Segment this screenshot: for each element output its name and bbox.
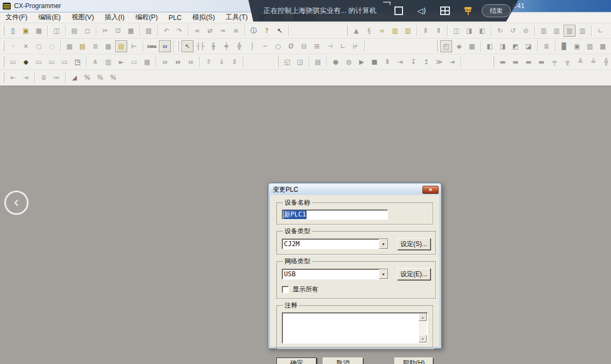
coil-open-icon[interactable]: ○: [272, 40, 284, 52]
toolbar-drag-handle[interactable]: [3, 41, 4, 52]
cut-rung-icon[interactable]: ⋔: [89, 56, 101, 68]
sim-stop-icon[interactable]: ■: [369, 56, 380, 68]
monitor-update-up-icon[interactable]: ⇑: [203, 56, 214, 68]
compare-with-plc-icon[interactable]: ◧: [476, 25, 488, 37]
sim-grey-triangle-icon[interactable]: ▲: [350, 25, 362, 37]
contact-closed-icon[interactable]: ╫: [207, 40, 219, 52]
cross-reference-icon[interactable]: ▭: [59, 56, 71, 68]
network-type-dropdown[interactable]: USB ▼: [282, 269, 388, 279]
grid-icon[interactable]: ▦: [64, 40, 75, 52]
sim-pause-icon[interactable]: Ⅱ: [381, 56, 393, 68]
paste-icon[interactable]: ▩: [125, 25, 137, 37]
clear-breakpoint-icon[interactable]: ◍: [343, 56, 355, 68]
ladder-view-icon[interactable]: ▤: [115, 40, 127, 52]
menu-simulate[interactable]: 模拟(S): [187, 12, 220, 23]
device-type-settings-button[interactable]: 设定(S)...: [397, 238, 431, 250]
cancel-button[interactable]: 取消: [323, 358, 363, 364]
monitor-grid-icon[interactable]: ▩: [102, 40, 114, 52]
pin-icon[interactable]: [464, 6, 473, 15]
junction-tee-icon[interactable]: ╦: [561, 56, 573, 68]
step-in-icon[interactable]: ↧: [407, 56, 419, 68]
print-icon[interactable]: ▤: [68, 25, 80, 37]
delete-branch-icon[interactable]: ⊬: [350, 40, 362, 52]
signed-decimal-icon[interactable]: 10: [172, 56, 184, 68]
toolbar-drag-handle[interactable]: [346, 25, 348, 36]
search-address-icon[interactable]: ≈: [217, 25, 229, 37]
vertical-line-icon[interactable]: │: [246, 40, 258, 52]
menu-edit[interactable]: 编辑(E): [33, 12, 66, 23]
overlay-collapse-handle[interactable]: [383, 2, 391, 5]
device-name-input[interactable]: 新PLC1: [282, 209, 388, 220]
menu-file[interactable]: 文件(F): [0, 12, 33, 23]
pause-icon[interactable]: Ⅱ: [433, 25, 445, 37]
step-run-icon[interactable]: ⇥: [394, 56, 406, 68]
end-session-button[interactable]: 结束: [482, 4, 511, 17]
back-overlay-button[interactable]: ‹: [4, 191, 29, 215]
rung-list-icon[interactable]: ≣: [38, 72, 50, 83]
decimal-view-icon[interactable]: 10: [159, 56, 171, 68]
style-percent1-icon[interactable]: %: [81, 72, 93, 83]
sim-window2-icon[interactable]: ◲: [294, 56, 306, 68]
horizontal-line-icon[interactable]: ─: [259, 40, 271, 52]
open-project-icon[interactable]: ▣: [20, 25, 32, 37]
print-doc-check-icon[interactable]: ◫: [51, 25, 63, 37]
differential-monitor-icon[interactable]: ∟: [594, 25, 606, 37]
zoom-in-icon[interactable]: ○: [33, 40, 45, 52]
instruction-icon[interactable]: ⊟: [298, 40, 310, 52]
device-type-dropdown-arrow-icon[interactable]: ▼: [379, 239, 388, 249]
layers-icon[interactable]: ◈: [453, 40, 465, 52]
marker-pen-icon[interactable]: ◢: [68, 72, 80, 83]
rung-wrap-icon[interactable]: ≔: [51, 72, 63, 83]
scroll-down-icon[interactable]: ▼: [419, 335, 427, 342]
find-icon[interactable]: ∞: [191, 25, 203, 37]
split-screen-icon[interactable]: [440, 6, 450, 15]
comment-textarea[interactable]: ▲ ▼: [282, 312, 428, 344]
force-off-icon[interactable]: ◨: [497, 40, 509, 52]
replace-ab-icon[interactable]: ≡: [230, 25, 242, 37]
info-icon[interactable]: ⓘ: [248, 25, 260, 37]
print-preview-icon[interactable]: ◻: [81, 25, 93, 37]
step-out-icon[interactable]: ↥: [420, 56, 432, 68]
watch-list-icon[interactable]: ≣: [540, 40, 552, 52]
toolbar-drag-handle[interactable]: [436, 41, 438, 52]
dialog-titlebar[interactable]: 变更PLC ×: [269, 184, 440, 195]
dialog-close-button[interactable]: ×: [422, 186, 439, 194]
style-percent3-icon[interactable]: %: [107, 72, 119, 83]
menu-plc[interactable]: PLC: [163, 13, 187, 23]
scroll-up-icon[interactable]: ▲: [419, 313, 427, 321]
work-online-icon[interactable]: ↻: [494, 25, 506, 37]
toolbar-drag-handle[interactable]: [177, 41, 179, 52]
toolbar-drag-handle[interactable]: [3, 72, 4, 83]
stop-monitor-icon[interactable]: ⊘: [520, 25, 532, 37]
monitor-refresh-icon[interactable]: ⇕: [228, 56, 240, 68]
panel-check-icon[interactable]: ▣: [571, 40, 583, 52]
menu-tools[interactable]: 工具(T): [220, 12, 253, 23]
help-button[interactable]: 帮助(H): [394, 358, 433, 364]
mnemonic-view-icon[interactable]: SMA: [146, 40, 158, 52]
transfer-from-plc-icon[interactable]: ◨: [463, 25, 475, 37]
rung-block4-icon[interactable]: ▬: [536, 56, 547, 68]
transfer-to-plc-icon[interactable]: ◫: [450, 25, 462, 37]
plc-io-icon[interactable]: ▥: [102, 56, 114, 68]
save-project-icon[interactable]: ▦: [33, 25, 45, 37]
new-project-icon[interactable]: ▯: [7, 25, 19, 37]
indent-increase-icon[interactable]: ⇥: [20, 72, 32, 83]
panel-cross-icon[interactable]: ▨: [584, 40, 596, 52]
online-edit-icon[interactable]: §: [363, 25, 375, 37]
continuous-step-icon[interactable]: ≫: [433, 56, 445, 68]
select-tool-icon[interactable]: ↖: [182, 40, 193, 52]
junction-top-icon[interactable]: ╤: [548, 56, 560, 68]
network-type-settings-button[interactable]: 设定(E)...: [397, 268, 431, 280]
device-type-dropdown[interactable]: CJ2M ▼: [282, 239, 388, 249]
menu-program[interactable]: 编程(P): [130, 12, 163, 23]
panel-solid-icon[interactable]: ▉: [558, 40, 570, 52]
rung-block2-icon[interactable]: ▬: [510, 56, 522, 68]
comment-scrollbar[interactable]: ▲ ▼: [419, 313, 427, 342]
properties-icon[interactable]: ◳: [72, 56, 84, 68]
branch-line-icon[interactable]: ∟: [337, 40, 349, 52]
inverse-instruction-icon[interactable]: ⊣: [324, 40, 336, 52]
junction-cross-icon[interactable]: ╬: [600, 56, 611, 68]
dialog-grid-icon[interactable]: ▦: [141, 56, 153, 68]
rung-block1-icon[interactable]: ▬: [497, 56, 509, 68]
undo-icon[interactable]: ↶: [161, 25, 172, 37]
